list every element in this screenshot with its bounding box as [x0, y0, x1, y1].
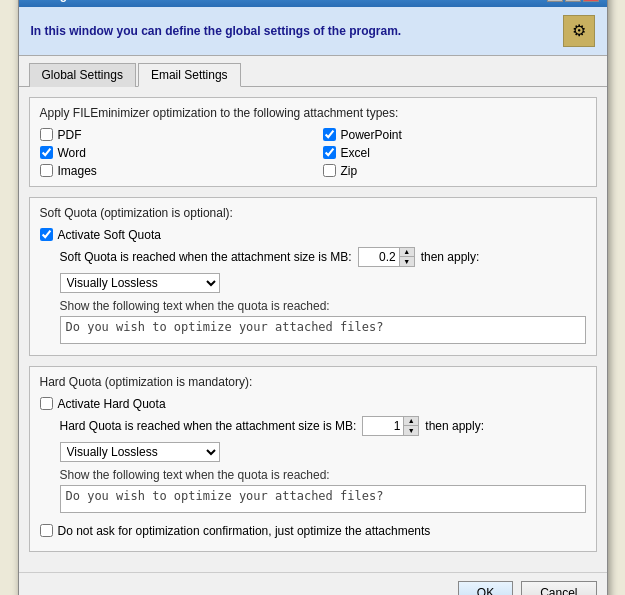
pdf-checkbox[interactable] [40, 128, 53, 141]
hard-quota-activate-checkbox[interactable] [40, 397, 53, 410]
soft-quota-then-apply-label: then apply: [421, 250, 480, 264]
maximize-button[interactable]: □ [565, 0, 581, 2]
soft-quota-size-input[interactable] [359, 248, 399, 266]
hard-quota-size-input[interactable] [363, 417, 403, 435]
hard-quota-spinner-btns: ▲ ▼ [403, 417, 418, 435]
attachment-types-grid: PDF PowerPoint Word Excel Images [40, 128, 586, 178]
hard-quota-size-label: Hard Quota is reached when the attachmen… [60, 419, 357, 433]
soft-quota-dropdown[interactable]: Visually Lossless Lossless Strong Compre… [60, 273, 220, 293]
hard-quota-dropdown[interactable]: Visually Lossless Lossless Strong Compre… [60, 442, 220, 462]
images-label: Images [58, 164, 97, 178]
hard-quota-message-input[interactable]: Do you wish to optimize your attached fi… [60, 485, 586, 513]
hard-quota-activate-row: Activate Hard Quota [40, 397, 586, 411]
pdf-checkbox-item: PDF [40, 128, 303, 142]
tab-global-settings[interactable]: Global Settings [29, 63, 136, 87]
images-checkbox-item: Images [40, 164, 303, 178]
powerpoint-checkbox[interactable] [323, 128, 336, 141]
cancel-button[interactable]: Cancel [521, 581, 596, 596]
pdf-label: PDF [58, 128, 82, 142]
zip-checkbox-item: Zip [323, 164, 586, 178]
settings-window: Settings ─ □ ✕ In this window you can de… [18, 0, 608, 595]
soft-quota-activate-label: Activate Soft Quota [58, 228, 161, 242]
word-checkbox[interactable] [40, 146, 53, 159]
images-checkbox[interactable] [40, 164, 53, 177]
no-ask-label: Do not ask for optimization confirmation… [58, 524, 431, 538]
soft-quota-show-text-label: Show the following text when the quota i… [60, 299, 586, 313]
ok-button[interactable]: OK [458, 581, 513, 596]
hard-quota-then-apply-label: then apply: [425, 419, 484, 433]
soft-quota-section: Soft Quota (optimization is optional): A… [29, 197, 597, 356]
soft-quota-spinner: ▲ ▼ [358, 247, 415, 267]
soft-quota-section-label: Soft Quota (optimization is optional): [40, 206, 586, 220]
no-ask-row: Do not ask for optimization confirmation… [40, 524, 586, 538]
soft-quota-spinner-btns: ▲ ▼ [399, 248, 414, 266]
excel-checkbox[interactable] [323, 146, 336, 159]
hard-quota-spinner: ▲ ▼ [362, 416, 419, 436]
soft-quota-message-input[interactable]: Do you wish to optimize your attached fi… [60, 316, 586, 344]
hard-quota-section: Hard Quota (optimization is mandatory): … [29, 366, 597, 552]
soft-quota-decrement-btn[interactable]: ▼ [400, 257, 414, 266]
hard-quota-section-label: Hard Quota (optimization is mandatory): [40, 375, 586, 389]
hard-quota-message-row: Show the following text when the quota i… [40, 468, 586, 516]
soft-quota-size-label: Soft Quota is reached when the attachmen… [60, 250, 352, 264]
footer: OK Cancel [19, 572, 607, 596]
soft-quota-increment-btn[interactable]: ▲ [400, 248, 414, 257]
powerpoint-checkbox-item: PowerPoint [323, 128, 586, 142]
powerpoint-label: PowerPoint [341, 128, 402, 142]
soft-quota-message-row: Show the following text when the quota i… [40, 299, 586, 347]
soft-quota-activate-row: Activate Soft Quota [40, 228, 586, 242]
attachment-section-label: Apply FILEminimizer optimization to the … [40, 106, 586, 120]
word-checkbox-item: Word [40, 146, 303, 160]
settings-icon: ⚙ [563, 15, 595, 47]
tabs-container: Global Settings Email Settings [19, 56, 607, 87]
hard-quota-activate-label: Activate Hard Quota [58, 397, 166, 411]
header-text: In this window you can define the global… [31, 24, 402, 38]
hard-quota-show-text-label: Show the following text when the quota i… [60, 468, 586, 482]
close-button[interactable]: ✕ [583, 0, 599, 2]
excel-label: Excel [341, 146, 370, 160]
title-bar-controls: ─ □ ✕ [547, 0, 599, 2]
attachment-section: Apply FILEminimizer optimization to the … [29, 97, 597, 187]
hard-quota-decrement-btn[interactable]: ▼ [404, 426, 418, 435]
tab-email-settings[interactable]: Email Settings [138, 63, 241, 87]
no-ask-checkbox[interactable] [40, 524, 53, 537]
zip-label: Zip [341, 164, 358, 178]
minimize-button[interactable]: ─ [547, 0, 563, 2]
zip-checkbox[interactable] [323, 164, 336, 177]
word-label: Word [58, 146, 86, 160]
window-header: In this window you can define the global… [19, 7, 607, 56]
hard-quota-size-row: Hard Quota is reached when the attachmen… [40, 416, 586, 462]
window-title: Settings [27, 0, 74, 2]
window-content: Apply FILEminimizer optimization to the … [19, 87, 607, 572]
hard-quota-increment-btn[interactable]: ▲ [404, 417, 418, 426]
soft-quota-activate-checkbox[interactable] [40, 228, 53, 241]
excel-checkbox-item: Excel [323, 146, 586, 160]
soft-quota-size-row: Soft Quota is reached when the attachmen… [40, 247, 586, 293]
